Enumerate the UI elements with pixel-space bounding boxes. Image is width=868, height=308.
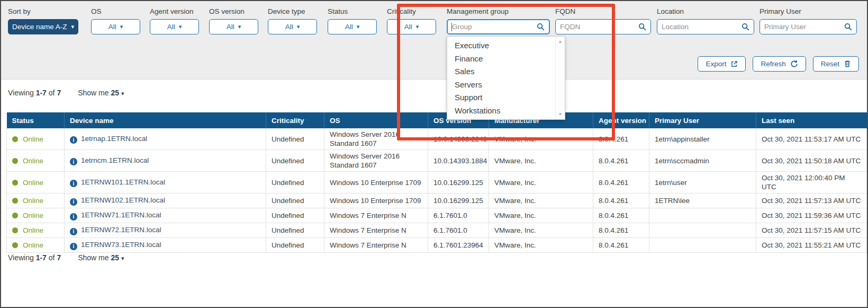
dropdown-option[interactable]: Finance bbox=[447, 52, 555, 66]
agent-version-cell: 8.0.4.261 bbox=[593, 238, 649, 253]
location-label: Location bbox=[657, 7, 754, 16]
manufacturer-cell: VMware, Inc. bbox=[489, 238, 593, 253]
os-filter-button[interactable]: All ▾ bbox=[91, 19, 140, 34]
manufacturer-cell: VMware, Inc. bbox=[489, 128, 593, 150]
dropdown-option[interactable]: Servers bbox=[447, 78, 555, 92]
device-name-cell[interactable]: i1ETRNW101.1ETRN.local bbox=[65, 172, 266, 193]
viewing-total: 7 bbox=[57, 253, 61, 262]
status-filter-value: All bbox=[345, 23, 353, 31]
online-status-icon bbox=[12, 227, 18, 233]
search-icon bbox=[638, 23, 646, 31]
os-filter: OS All ▾ bbox=[91, 7, 140, 34]
scroll-up-icon[interactable]: ▲ bbox=[556, 39, 565, 44]
scroll-down-icon[interactable]: ▼ bbox=[556, 112, 565, 117]
info-icon[interactable]: i bbox=[70, 198, 77, 206]
dropdown-option[interactable]: Executive bbox=[447, 39, 555, 52]
os-filter-value: All bbox=[108, 23, 116, 31]
export-button[interactable]: Export bbox=[698, 56, 746, 72]
agent-version-cell: 8.0.4.261 bbox=[593, 128, 649, 150]
device-name-cell[interactable]: i1ETRNW102.1ETRN.local bbox=[65, 193, 266, 208]
reset-button[interactable]: Reset bbox=[813, 56, 859, 72]
dropdown-scrollbar[interactable]: ▲ ▼ bbox=[555, 37, 565, 119]
last-seen-cell: Oct 30, 2021 11:59:36 AM UTC bbox=[756, 208, 867, 223]
dropdown-option[interactable]: Support bbox=[447, 91, 555, 104]
sort-by-button[interactable]: Device name A-Z ▾ bbox=[8, 19, 78, 34]
management-group-searchbox[interactable] bbox=[447, 19, 550, 34]
column-header-status: Status bbox=[7, 112, 65, 128]
manufacturer-cell: VMware, Inc. bbox=[489, 208, 593, 223]
os-cell: Windows 7 Enterprise N bbox=[324, 208, 428, 223]
criticality-cell: Undefined bbox=[266, 223, 324, 238]
agent-version-filter-label: Agent version bbox=[150, 7, 199, 16]
table-row: Online i1ETRNW73.1ETRN.local Undefined W… bbox=[7, 238, 867, 253]
dropdown-option[interactable]: Sales bbox=[447, 65, 555, 78]
info-icon[interactable]: i bbox=[70, 180, 77, 187]
os-cell: Windows Server 2016 Standard 1607 bbox=[324, 128, 428, 150]
criticality-filter-button[interactable]: All ▾ bbox=[387, 19, 436, 34]
chevron-down-icon: ▾ bbox=[120, 24, 123, 30]
dropdown-option[interactable]: Workstations bbox=[447, 104, 555, 118]
filter-bar: Sort by Device name A-Z ▾ OS All ▾ Agent… bbox=[1, 1, 867, 80]
online-status-icon bbox=[12, 158, 18, 164]
refresh-button[interactable]: Refresh bbox=[753, 56, 806, 72]
online-status-icon bbox=[12, 198, 18, 204]
device-name-cell[interactable]: i1ETRNW73.1ETRN.local bbox=[65, 238, 266, 253]
last-seen-cell: Oct 30, 2021 11:57:15 AM UTC bbox=[756, 223, 867, 238]
sort-by-label: Sort by bbox=[8, 7, 78, 16]
location-input[interactable] bbox=[657, 23, 742, 31]
os-version-cell: 6.1.7601.23964 bbox=[428, 238, 489, 253]
chevron-down-icon: ▾ bbox=[121, 255, 124, 261]
page-size-value: 25 bbox=[111, 253, 119, 262]
devices-table: Status Device name Criticality OS OS ver… bbox=[6, 112, 867, 253]
criticality-filter: Criticality All ▾ bbox=[387, 7, 436, 34]
info-icon[interactable]: i bbox=[70, 158, 77, 165]
table-header-row: Status Device name Criticality OS OS ver… bbox=[7, 112, 867, 128]
last-seen-cell: Oct 30, 2021 11:57:13 AM UTC bbox=[756, 193, 867, 208]
dropdown-option-list: Executive Finance Sales Servers Support … bbox=[447, 37, 555, 119]
os-cell: Windows 10 Enterprise 1709 bbox=[324, 172, 428, 193]
last-seen-cell: Oct 30, 2021 12:00:40 PM UTC bbox=[756, 172, 867, 193]
device-name-cell[interactable]: i1etrncm.1ETRN.local bbox=[65, 150, 266, 172]
column-header-agent-version: Agent version bbox=[593, 112, 649, 128]
criticality-cell: Undefined bbox=[266, 193, 324, 208]
fqdn-label: FQDN bbox=[555, 7, 651, 16]
primary-user-searchbox[interactable] bbox=[760, 19, 857, 34]
device-name-cell[interactable]: i1ETRNW71.1ETRN.local bbox=[65, 208, 266, 223]
status-cell: Online bbox=[7, 150, 65, 172]
agent-version-cell: 8.0.4.261 bbox=[593, 208, 649, 223]
os-cell: Windows 7 Enterprise N bbox=[324, 238, 428, 253]
agent-version-cell: 8.0.4.261 bbox=[593, 223, 649, 238]
info-icon[interactable]: i bbox=[70, 228, 77, 235]
device-name-cell[interactable]: i1etrnap.1ETRN.local bbox=[65, 128, 266, 150]
primary-user-filter: Primary User bbox=[760, 7, 857, 34]
management-group-input[interactable] bbox=[448, 23, 537, 31]
os-version-filter-button[interactable]: All ▾ bbox=[209, 19, 258, 34]
primary-user-cell: 1ETRN\lee bbox=[649, 193, 756, 208]
device-name-cell[interactable]: i1ETRNW72.1ETRN.local bbox=[65, 223, 266, 238]
viewing-of: of bbox=[49, 253, 55, 262]
show-me-dropdown[interactable]: Show me 25 ▾ bbox=[78, 253, 124, 262]
agent-version-filter: Agent version All ▾ bbox=[150, 7, 199, 34]
manufacturer-cell: VMware, Inc. bbox=[489, 193, 593, 208]
status-cell: Online bbox=[7, 172, 65, 193]
online-status-icon bbox=[12, 136, 18, 142]
location-filter: Location bbox=[657, 7, 754, 34]
show-me-dropdown[interactable]: Show me 25 ▾ bbox=[78, 89, 124, 97]
status-cell: Online bbox=[7, 223, 65, 238]
sort-by-filter: Sort by Device name A-Z ▾ bbox=[8, 7, 78, 34]
management-group-dropdown: Executive Finance Sales Servers Support … bbox=[447, 36, 565, 120]
info-icon[interactable]: i bbox=[70, 243, 77, 250]
os-version-filter: OS version All ▾ bbox=[209, 7, 258, 34]
fqdn-input[interactable] bbox=[556, 23, 638, 31]
agent-version-filter-button[interactable]: All ▾ bbox=[150, 19, 199, 34]
primary-user-input[interactable] bbox=[760, 23, 844, 31]
fqdn-searchbox[interactable] bbox=[555, 19, 651, 34]
status-filter-button[interactable]: All ▾ bbox=[328, 19, 377, 34]
device-type-filter-button[interactable]: All ▾ bbox=[268, 19, 317, 34]
info-icon[interactable]: i bbox=[70, 136, 77, 144]
location-searchbox[interactable] bbox=[657, 19, 754, 34]
last-seen-cell: Oct 30, 2021 11:55:21 AM UTC bbox=[756, 238, 867, 253]
criticality-cell: Undefined bbox=[266, 208, 324, 223]
primary-user-label: Primary User bbox=[760, 7, 857, 16]
info-icon[interactable]: i bbox=[70, 213, 77, 221]
